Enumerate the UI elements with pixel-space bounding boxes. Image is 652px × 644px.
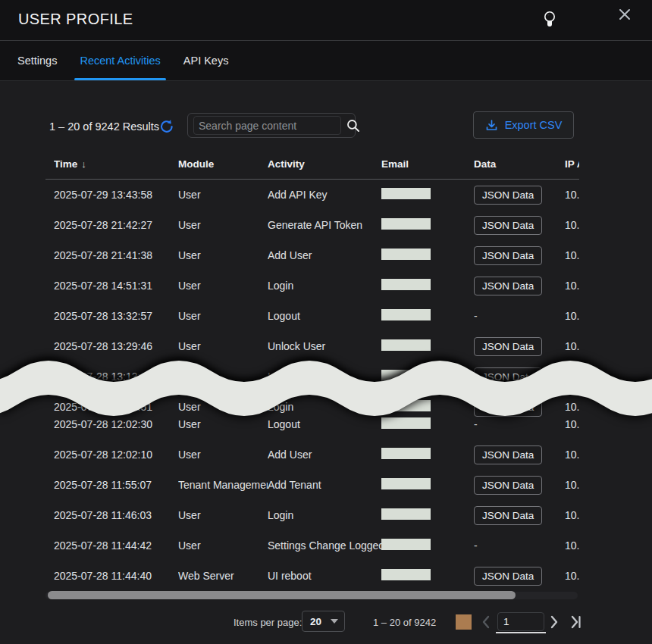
tab-recent-activities[interactable]: Recent Activities [68, 41, 171, 80]
json-data-button[interactable]: JSON Data [474, 216, 542, 235]
table-body: 2025-07-29 13:43:58 User Add API Key JSO… [45, 180, 579, 591]
column-header-time[interactable]: Time↓ [54, 158, 178, 170]
cell-module: User [178, 280, 268, 292]
last-page-button[interactable] [569, 614, 584, 630]
json-data-button[interactable]: JSON Data [474, 506, 542, 525]
close-button[interactable] [614, 4, 635, 25]
cell-time: 2025-07-28 12:02:10 [54, 449, 178, 461]
cell-module: User [178, 219, 268, 231]
chevron-left-icon [479, 614, 494, 630]
page-number-input[interactable] [497, 612, 544, 631]
column-header-ip[interactable]: IP Address [565, 158, 579, 170]
cell-module: User [178, 340, 268, 352]
cell-email [381, 539, 474, 552]
json-data-button[interactable]: JSON Data [474, 567, 542, 586]
table-row: 2025-07-28 11:55:07 Tenant Management Ad… [45, 470, 579, 500]
cell-email [381, 279, 474, 292]
tab-api-keys[interactable]: API Keys [172, 41, 240, 80]
json-data-button[interactable]: JSON Data [474, 277, 542, 295]
json-data-button[interactable]: JSON Data [474, 476, 542, 495]
cell-ip: 10. [565, 219, 579, 231]
cell-module: User [178, 401, 268, 413]
tab-label: API Keys [183, 55, 229, 67]
cell-ip: 10. [565, 539, 579, 552]
last-page-icon [569, 614, 584, 630]
cell-time: 2025-07-28 12:03:51 [54, 401, 178, 413]
search-box [187, 113, 356, 138]
previous-page-button[interactable] [479, 614, 494, 630]
lightbulb-button[interactable] [540, 9, 560, 30]
cell-time: 2025-07-28 21:41:38 [54, 249, 178, 261]
cell-activity: Login [268, 401, 381, 413]
cell-activity: Add User [268, 249, 381, 261]
cell-email [381, 188, 474, 202]
cell-ip: 10. [565, 280, 579, 292]
table-row: 2025-07-28 12:02:10 User Add User JSON D… [45, 439, 579, 470]
email-redaction-block [381, 188, 431, 199]
cell-email [381, 218, 474, 232]
column-header-activity[interactable]: Activity [268, 158, 381, 170]
cell-email [381, 417, 474, 431]
cell-module: User [178, 189, 268, 201]
json-data-button[interactable]: JSON Data [474, 398, 542, 417]
email-redaction-block [381, 400, 431, 411]
lightbulb-icon [540, 9, 560, 30]
search-icon[interactable] [346, 118, 361, 133]
cell-time: 2025-07-28 13:13:12 [54, 370, 178, 383]
next-page-button[interactable] [547, 614, 562, 630]
cell-module: Web Server [178, 570, 268, 582]
cell-time: 2025-07-28 13:32:57 [54, 310, 178, 322]
table-row: 2025-07-28 13:32:57 User Logout - 10. [45, 301, 579, 331]
json-data-button[interactable]: JSON Data [474, 246, 542, 265]
cell-module: User [178, 539, 268, 552]
pagination-range-label: 1 – 20 of 9242 [373, 617, 436, 628]
json-data-button[interactable]: JSON Data [474, 445, 542, 464]
search-input[interactable] [193, 116, 341, 135]
email-redaction-block [381, 569, 431, 580]
tab-settings[interactable]: Settings [6, 41, 68, 80]
cell-data: JSON Data [474, 445, 565, 464]
cell-module: User [178, 449, 268, 461]
cell-ip: 10. [565, 449, 579, 461]
cell-data: JSON Data [474, 398, 565, 417]
results-summary: 1 – 20 of 9242 Results [49, 120, 159, 133]
export-csv-button[interactable]: Export CSV [473, 111, 574, 139]
download-icon [485, 119, 498, 132]
table-row: 2025-07-28 13:13:12 User Login JSON Data… [45, 361, 579, 392]
table-row: 2025-07-28 13:29:46 User Unlock User JSO… [45, 331, 579, 361]
cell-email [381, 339, 474, 353]
items-per-page-value: 20 [310, 616, 321, 627]
column-header-data[interactable]: Data [474, 158, 565, 170]
column-header-email[interactable]: Email [381, 158, 474, 170]
cell-data: JSON Data [474, 567, 565, 586]
horizontal-scrollbar-thumb[interactable] [48, 591, 516, 599]
email-redaction-block [381, 539, 431, 550]
table-row: 2025-07-28 11:44:40 Web Server UI reboot… [45, 561, 579, 591]
email-redaction-block [381, 249, 431, 260]
cell-activity: Unlock User [268, 340, 381, 352]
json-data-button[interactable]: JSON Data [474, 186, 542, 205]
table-header-row: Time↓ Module Activity Email Data IP Addr… [45, 148, 579, 180]
cell-data: - [474, 310, 565, 322]
cell-data: JSON Data [474, 506, 565, 525]
cell-activity: Add API Key [268, 189, 381, 201]
table-row: 2025-07-28 21:42:27 User Generate API To… [45, 210, 579, 240]
cell-data: JSON Data [474, 246, 565, 265]
table-row: 2025-07-28 21:41:38 User Add User JSON D… [45, 240, 579, 270]
page-title: USER PROFILE [18, 11, 133, 28]
json-data-button[interactable]: JSON Data [474, 337, 542, 356]
items-per-page-select[interactable]: 20 [302, 611, 345, 632]
cell-ip: 10. [565, 340, 579, 352]
tab-bar: Settings Recent Activities API Keys [0, 41, 652, 81]
refresh-button[interactable] [158, 118, 177, 135]
cell-module: User [178, 249, 268, 261]
column-header-module[interactable]: Module [178, 158, 268, 170]
cell-module: Tenant Management [178, 479, 268, 491]
json-data-button[interactable]: JSON Data [474, 367, 542, 386]
cell-email [381, 249, 474, 262]
tab-label: Recent Activities [80, 55, 160, 67]
cell-time: 2025-07-28 11:44:42 [54, 539, 178, 552]
cell-ip: 10. [565, 249, 579, 261]
refresh-icon [158, 118, 177, 135]
cell-data: JSON Data [474, 476, 565, 495]
